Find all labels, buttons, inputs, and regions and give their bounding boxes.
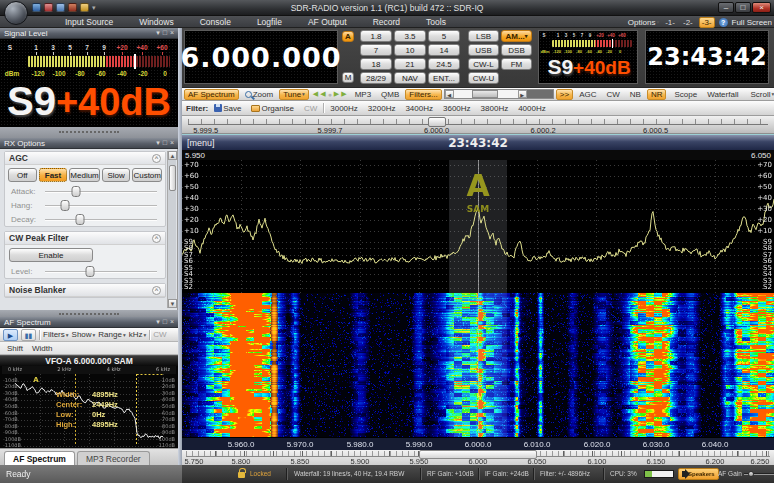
record-icon[interactable] (44, 3, 53, 12)
tune-button[interactable]: Tune▾ (279, 89, 309, 100)
collapse-icon[interactable]: ^ (152, 234, 161, 243)
qat-overflow-icon[interactable]: ▾ (92, 4, 96, 12)
agc-medium-button[interactable]: Medium (69, 168, 99, 182)
filter-3600-button[interactable]: 3600Hz (439, 103, 475, 114)
scroll-thumb[interactable] (472, 90, 498, 98)
menu-record[interactable]: Record (360, 17, 413, 27)
forward-fast-icon[interactable]: ▶ (341, 90, 346, 98)
waterfall-toggle[interactable]: Waterfall (703, 89, 742, 100)
decay-slider[interactable]: Decay: (11, 213, 157, 226)
status-rf-gain[interactable]: RF Gain: +10dB (427, 470, 474, 477)
menu-console[interactable]: Console (187, 17, 244, 27)
band-21-button[interactable]: 21 (394, 58, 426, 70)
scope-toggle[interactable]: Scope (670, 89, 701, 100)
pin-icon[interactable]: ▾ (156, 138, 160, 148)
frequency-scale[interactable]: 5.960.0 5.970.0 5.980.0 5.990.0 6.000.0 … (182, 437, 774, 450)
minimize-button[interactable]: – (718, 2, 734, 13)
signal-level-header[interactable]: Signal Level ▾□× (0, 28, 178, 39)
scroll-left-icon[interactable]: ◀ (445, 90, 454, 98)
organise-button[interactable]: Organise (247, 103, 297, 114)
play-button[interactable]: ▶ (3, 329, 18, 341)
save-button[interactable]: Save (210, 103, 245, 114)
pin-icon[interactable]: ▾ (156, 28, 160, 38)
panel-splitter[interactable] (0, 310, 178, 317)
frequency-display[interactable]: 6.000.000 (184, 30, 338, 84)
agc-custom-button[interactable]: Custom (132, 168, 162, 182)
mode-usb-button[interactable]: USB (468, 44, 499, 56)
filters-button[interactable]: Filters... (405, 89, 441, 100)
agc-slow-button[interactable]: Slow (102, 168, 131, 182)
status-if-gain[interactable]: IF Gain: +24dB (485, 470, 529, 477)
nb-toggle[interactable]: NB (626, 89, 645, 100)
af-filters-menu[interactable]: Filters▾ (43, 330, 69, 339)
af-icon[interactable] (80, 3, 89, 12)
collapse-icon[interactable]: ^ (152, 154, 161, 163)
hang-slider[interactable]: Hang: (11, 199, 157, 212)
af-spectrum-plot[interactable]: Width:4895Hz Center:2448Hz Low:0Hz High:… (0, 366, 178, 448)
cw-peak-enable-button[interactable]: Enable (9, 248, 93, 262)
mp3-button[interactable]: MP3 (351, 89, 375, 100)
band-5-button[interactable]: 5 (428, 30, 460, 42)
menu-options[interactable]: Options▾ (628, 18, 659, 27)
band-14-button[interactable]: 14 (428, 44, 460, 56)
speakers-badge[interactable]: Speakers (678, 468, 719, 480)
back-icon[interactable]: ◀ (313, 90, 318, 98)
nav-button[interactable]: NAV (394, 72, 426, 84)
spectrum-menu-bar[interactable]: [menu] 23:43:42 (182, 134, 774, 150)
rf-spectrum-plot[interactable] (182, 160, 774, 293)
close-panel-icon[interactable]: × (170, 28, 174, 38)
maximize-button[interactable]: □ (735, 2, 751, 13)
close-panel-icon[interactable]: × (170, 138, 174, 148)
mode-dsb-button[interactable]: DSB (501, 44, 532, 56)
view-1-button[interactable]: -1- (663, 18, 677, 27)
attack-slider[interactable]: Attack: (11, 185, 157, 198)
console-icon[interactable] (56, 3, 65, 12)
scroll-thumb[interactable] (169, 165, 176, 191)
view-2-button[interactable]: -2- (681, 18, 695, 27)
app-orb-button[interactable] (4, 1, 28, 25)
band-24.5-button[interactable]: 24.5 (428, 58, 460, 70)
tune-icon[interactable] (68, 3, 77, 12)
slider-thumb[interactable] (85, 266, 94, 277)
filter-3200-button[interactable]: 3200Hz (364, 103, 400, 114)
scroll-up-icon[interactable]: ▲ (168, 151, 177, 160)
band-3.5-button[interactable]: 3.5 (394, 30, 426, 42)
tab-mp3-recorder[interactable]: MP3 Recorder (77, 451, 150, 465)
af-show-menu[interactable]: Show▾ (72, 330, 96, 339)
memory-button[interactable]: M (342, 72, 354, 83)
filter-cw-button[interactable]: CW (300, 103, 321, 114)
maximize-panel-icon[interactable]: □ (163, 138, 167, 148)
band-10-button[interactable]: 10 (394, 44, 426, 56)
waterfall-display[interactable] (182, 293, 774, 437)
pause-button[interactable]: ▮▮ (21, 329, 36, 341)
zoom-button[interactable]: Zoom (241, 89, 277, 100)
rx-options-header[interactable]: RX Options ▾□× (0, 138, 178, 149)
band-1.8-button[interactable]: 1.8 (360, 30, 392, 42)
tuning-scrollbar[interactable]: ◀ ▶ (444, 89, 554, 99)
af-spectrum-toggle[interactable]: AF Spectrum (184, 89, 239, 100)
coarse-tuning-slider[interactable]: 5.750 5.800 5.850 5.900 5.950 6.000 6.05… (182, 450, 774, 465)
scroll-menu[interactable]: Scroll▾ (746, 89, 774, 100)
width-menu[interactable]: Width (32, 344, 52, 353)
panel-splitter[interactable] (0, 127, 178, 138)
fine-tuning-ruler[interactable]: 5.999.5 5.999.7 6.000.0 6.000.2 6.000.5 (182, 116, 774, 134)
menu-input-source[interactable]: Input Source (52, 17, 126, 27)
mode-am-button[interactable]: AM...▾ (501, 30, 532, 42)
cw-toggle[interactable]: CW (602, 89, 623, 100)
filter-4000-button[interactable]: 4000Hz (514, 103, 550, 114)
view-3-button[interactable]: -3- (699, 17, 715, 28)
menu-windows[interactable]: Windows (126, 17, 186, 27)
mode-fm-button[interactable]: FM (501, 58, 532, 70)
help-icon[interactable]: ? (719, 18, 728, 27)
close-button[interactable]: × (752, 2, 771, 13)
band-28-29-button[interactable]: 28/29 (360, 72, 392, 84)
scroll-right-icon[interactable]: ▶ (518, 90, 527, 98)
band-7-button[interactable]: 7 (360, 44, 392, 56)
filter-3800-button[interactable]: 3800Hz (477, 103, 513, 114)
forward-icon[interactable]: ▶ (334, 90, 339, 98)
menu-tools[interactable]: Tools (413, 17, 459, 27)
vfo-a-button[interactable]: A (342, 31, 354, 42)
shift-menu[interactable]: Shift (7, 344, 23, 353)
mode-cwu-button[interactable]: CW-U (468, 72, 499, 84)
scroll-down-icon[interactable]: ▼ (168, 299, 177, 308)
